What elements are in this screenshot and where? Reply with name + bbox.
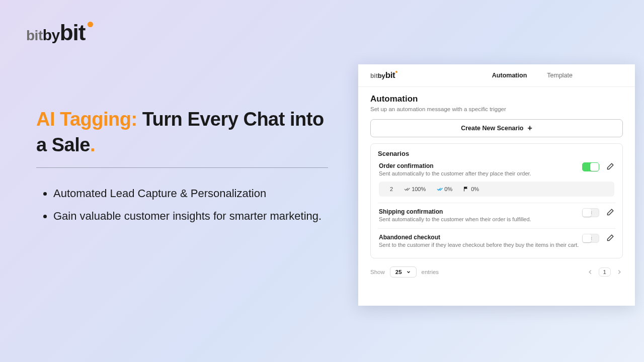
stat-read-value: 0% [444,186,452,192]
flag-icon [463,186,469,192]
app-logo-bit: bit [370,72,378,79]
chevron-left-icon[interactable] [587,268,594,276]
app-logo-bit2: bit [385,70,395,80]
feature-bullet: Automated Lead Capture & Personalization [53,182,328,205]
check-double-icon [404,186,410,192]
section-subtitle: Set up an automation message with a spec… [370,106,623,112]
section-title: Automation [370,94,623,104]
scenario-row: Order confirmation Sent automatically to… [378,157,615,200]
app-logo-by: by [378,72,385,79]
headline-accent: AI Tagging: [36,109,137,130]
app-logo-dot-icon [395,71,397,73]
scenario-desc: Sent to the customer if they leave check… [379,242,614,248]
stat-delivered-value: 100% [412,186,426,192]
edit-icon[interactable] [605,234,614,243]
marketing-copy: AI Tagging: Turn Every Chat into a Sale.… [36,107,328,227]
scenario-stats: 2 100% 0% 0% [379,182,614,197]
scenario-toggle[interactable]: × [582,208,599,217]
scenario-row: Shipping confirmation Sent automatically… [378,203,615,225]
tab-template[interactable]: Template [547,72,573,79]
chevron-right-icon[interactable] [616,268,623,276]
feature-bullet: Gain valuable customer insights for smar… [53,205,328,227]
feature-bullets: Automated Lead Capture & Personalization… [36,182,328,227]
page-number[interactable]: 1 [599,267,611,277]
entries-label: entries [422,269,439,275]
panel-title: Scenarios [378,150,615,157]
show-label: Show [370,269,385,275]
pagination: Show 25 entries 1 [370,266,623,278]
scenario-title: Order confirmation [379,162,614,169]
edit-icon[interactable] [605,208,614,217]
app-header: bitbybit Automation Template [358,64,635,82]
scenario-desc: Sent automatically to the customer after… [379,170,614,176]
create-scenario-label: Create New Scenario [461,125,523,132]
section-header: Automation Set up an automation message … [358,87,635,119]
logo-text-bit: bit [26,28,43,44]
scenario-toggle[interactable]: × [582,234,599,243]
scenario-title: Abandoned checkout [379,234,614,241]
brand-logo: bit by bit [26,20,94,45]
tab-automation[interactable]: Automation [492,72,527,79]
app-tabs: Automation Template [492,72,573,79]
app-logo: bitbybit [370,70,397,80]
page-size-value: 25 [395,269,402,275]
headline-dot: . [90,134,95,155]
stat-count: 2 [390,186,393,192]
stat-flagged-value: 0% [471,186,479,192]
chevron-down-icon [406,269,411,275]
stat-read: 0% [437,186,452,192]
scenario-title: Shipping confirmation [379,208,614,215]
page-size-select[interactable]: 25 [390,266,417,278]
stat-delivered: 100% [404,186,426,192]
headline-divider [36,167,328,168]
logo-text-by: by [43,27,60,44]
scenarios-panel: Scenarios Order confirmation Sent automa… [370,143,623,258]
stat-flagged: 0% [463,186,479,192]
scenario-desc: Sent automatically to the customer when … [379,216,614,222]
scenario-toggle[interactable] [582,162,599,171]
scenario-row: Abandoned checkout Sent to the customer … [378,228,615,251]
logo-dot-icon [88,22,93,27]
edit-icon[interactable] [605,162,614,171]
check-double-icon [437,186,443,192]
app-card: bitbybit Automation Template Automation … [358,64,635,306]
headline: AI Tagging: Turn Every Chat into a Sale. [36,107,328,158]
logo-text-bit2: bit [60,20,86,45]
create-scenario-button[interactable]: Create New Scenario + [370,119,623,137]
